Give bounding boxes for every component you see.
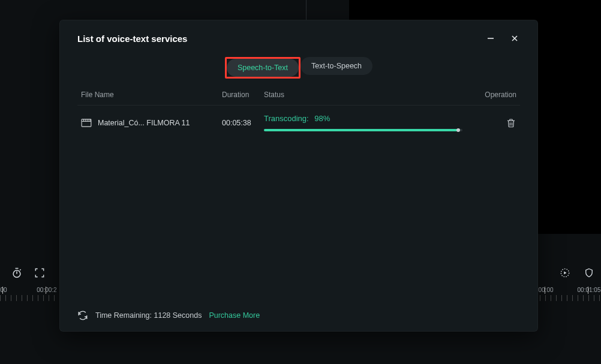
- progress-fill: [264, 129, 458, 131]
- render-gear-icon[interactable]: [558, 266, 572, 280]
- table-header: File Name Duration Status Operation: [77, 91, 520, 106]
- cell-operation: [474, 118, 516, 128]
- dialog-header: List of voice-text services: [77, 33, 520, 44]
- dialog-footer: Time Remaining: 1128 Seconds Purchase Mo…: [77, 310, 520, 321]
- cell-file: Material_Có... FILMORA 11: [81, 119, 222, 127]
- svg-rect-6: [82, 119, 91, 126]
- purchase-more-link[interactable]: Purchase More: [209, 311, 260, 320]
- progress-knob: [456, 128, 460, 132]
- speech-to-text-highlight: Speech-to-Text: [225, 57, 300, 79]
- tab-label: Speech-to-Text: [238, 64, 288, 72]
- ruler-label: 00:00: [538, 287, 553, 293]
- voice-text-services-dialog: List of voice-text services Speech-to-Te…: [59, 20, 538, 332]
- service-tabs: Speech-to-Text Text-to-Speech: [77, 57, 520, 79]
- minimize-button[interactable]: [485, 33, 496, 44]
- timeline-toolbar-right: [558, 263, 596, 283]
- tab-label: Text-to-Speech: [311, 62, 362, 70]
- svg-marker-2: [564, 272, 566, 275]
- col-header-file: File Name: [81, 91, 222, 99]
- tab-text-to-speech[interactable]: Text-to-Speech: [300, 57, 372, 75]
- tab-speech-to-text[interactable]: Speech-to-Text: [227, 59, 299, 77]
- cell-status: Transcoding: 98%: [264, 114, 474, 131]
- window-controls: [485, 33, 520, 44]
- table-row: Material_Có... FILMORA 11 00:05:38 Trans…: [77, 106, 520, 131]
- ruler-label: 00: [0, 287, 7, 293]
- file-name: Material_Có... FILMORA 11: [98, 119, 190, 127]
- delete-button[interactable]: [506, 118, 516, 128]
- ruler-label: 00:00:2: [37, 287, 56, 293]
- status-text: Transcoding: 98%: [264, 114, 462, 123]
- time-remaining: Time Remaining: 1128 Seconds: [95, 311, 202, 320]
- status-percent: 98%: [314, 114, 330, 123]
- dialog-title: List of voice-text services: [77, 34, 187, 44]
- video-clip-icon: [81, 119, 92, 127]
- col-header-operation: Operation: [474, 91, 516, 99]
- progress-bar: [264, 129, 462, 131]
- ruler-label: 00:01:05: [578, 287, 601, 293]
- shield-icon[interactable]: [582, 266, 596, 280]
- col-header-duration: Duration: [222, 91, 264, 99]
- close-button[interactable]: [509, 33, 520, 44]
- status-label: Transcoding:: [264, 114, 309, 123]
- stopwatch-icon[interactable]: [10, 266, 24, 280]
- cell-duration: 00:05:38: [222, 119, 264, 127]
- crop-marker-icon[interactable]: [32, 266, 47, 280]
- col-header-status: Status: [264, 91, 474, 99]
- refresh-icon[interactable]: [77, 310, 88, 321]
